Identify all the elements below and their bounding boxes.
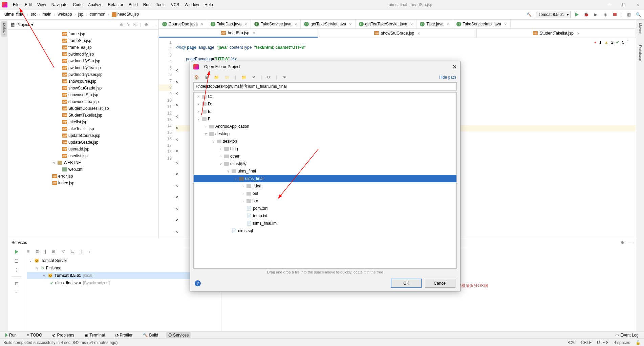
- indent-setting[interactable]: 4 spaces: [614, 340, 630, 345]
- breadcrumb-item[interactable]: webapp: [56, 11, 73, 17]
- project-file[interactable]: JSPupdateCourse.jsp: [8, 132, 158, 139]
- breadcrumb-item[interactable]: main: [41, 11, 53, 17]
- project-file[interactable]: JSPframeTea.jsp: [8, 44, 158, 51]
- close-button[interactable]: ✕: [634, 2, 642, 7]
- project-file[interactable]: JSPpwdmodify.jsp: [8, 51, 158, 58]
- hide-path-link[interactable]: Hide path: [439, 75, 456, 80]
- project-file[interactable]: web.xml: [8, 166, 158, 173]
- project-tool-button[interactable]: Project: [1, 21, 7, 37]
- delete-icon[interactable]: ✕: [252, 75, 255, 80]
- line-number[interactable]: 19: [159, 155, 172, 162]
- services-tool-button[interactable]: ⎔ Services: [166, 332, 191, 338]
- breadcrumb-item[interactable]: jsp: [77, 11, 85, 17]
- project-file[interactable]: JSPpwdmodifyTea.jsp: [8, 64, 158, 71]
- refresh-icon[interactable]: ⟳: [267, 75, 271, 80]
- editor-tab[interactable]: CTakeDao.java×: [207, 20, 251, 28]
- project-dir-icon[interactable]: 📁: [214, 75, 219, 80]
- close-tab-icon[interactable]: ×: [244, 22, 247, 27]
- line-number[interactable]: 18: [159, 149, 172, 155]
- build-hammer-icon[interactable]: 🔨: [526, 12, 532, 18]
- close-tab-icon[interactable]: ×: [577, 31, 580, 36]
- build-tool-button[interactable]: 🔨 Build: [141, 332, 160, 338]
- line-number[interactable]: 8: [159, 84, 172, 91]
- file-encoding[interactable]: UTF-8: [597, 340, 608, 345]
- project-file[interactable]: JSPpwdmodifyUser.jsp: [8, 71, 158, 78]
- editor-tab[interactable]: CgetTakeServlet.java×: [301, 20, 355, 28]
- services-settings-icon[interactable]: ⚙: [621, 240, 624, 245]
- new-folder-icon[interactable]: 📁: [241, 75, 246, 80]
- maven-tool-button[interactable]: Maven: [638, 21, 643, 36]
- search-everywhere-icon[interactable]: 🔍: [635, 12, 641, 18]
- problems-tool-button[interactable]: ⊘ Problems: [50, 332, 76, 338]
- line-number[interactable]: 16: [159, 136, 172, 142]
- menu-view[interactable]: View: [35, 1, 49, 8]
- project-file[interactable]: JSPshowcourse.jsp: [8, 78, 158, 85]
- line-number[interactable]: 14: [159, 123, 172, 129]
- tree-row[interactable]: ›blog: [194, 145, 456, 152]
- desktop-icon[interactable]: 🖥: [205, 75, 209, 80]
- project-file[interactable]: JSPframeStu.jsp: [8, 37, 158, 44]
- menu-edit[interactable]: Edit: [22, 1, 35, 8]
- line-number[interactable]: 7: [159, 78, 172, 84]
- tree-row[interactable]: ›other: [194, 152, 456, 160]
- line-number[interactable]: 2: [159, 46, 172, 52]
- profile-button[interactable]: ◉: [602, 12, 608, 18]
- filter2-icon[interactable]: ▽: [62, 249, 65, 255]
- project-file[interactable]: JSPStudentCourseslist.jsp: [8, 105, 158, 112]
- project-folder[interactable]: vWEB-INF: [8, 159, 158, 166]
- drive-row[interactable]: >E:: [194, 108, 456, 115]
- filter-icon[interactable]: ⋮: [15, 268, 19, 272]
- run-tool-button[interactable]: Run: [3, 332, 19, 338]
- close-tab-icon[interactable]: ×: [417, 31, 420, 36]
- project-panel-title[interactable]: ▦Project▾: [11, 22, 33, 27]
- menu-code[interactable]: Code: [70, 1, 85, 8]
- coverage-button[interactable]: ▶: [593, 12, 599, 18]
- tree-row[interactable]: ›out: [194, 190, 456, 197]
- maximize-button[interactable]: ☐: [620, 2, 628, 7]
- close-tab-icon[interactable]: ×: [410, 22, 413, 27]
- services-hide-icon[interactable]: —: [628, 240, 632, 245]
- project-file[interactable]: JSPindex.jsp: [8, 180, 158, 186]
- project-file[interactable]: JSPStudentTakelist.jsp: [8, 112, 158, 119]
- project-structure-icon[interactable]: ▦: [626, 12, 632, 18]
- menu-window[interactable]: Window: [182, 1, 202, 8]
- caret-position[interactable]: 8:26: [567, 340, 575, 345]
- menu-refactor[interactable]: Refactor: [105, 1, 126, 8]
- tree-row[interactable]: ›AndroidApplication: [194, 123, 456, 130]
- menu-file[interactable]: File: [10, 1, 22, 8]
- run-config-dropdown[interactable]: Tomcat 8.5.61 ▾: [536, 11, 571, 18]
- close-tab-icon[interactable]: ×: [201, 22, 203, 27]
- group-icon[interactable]: ⊞: [52, 249, 56, 255]
- run-button[interactable]: [574, 12, 580, 18]
- event-log-button[interactable]: ▭ Event Log: [613, 332, 641, 338]
- tree-row[interactable]: ›.idea: [194, 182, 456, 190]
- project-file[interactable]: JSPtakelist.jsp: [8, 119, 158, 125]
- debug-button[interactable]: 🐞: [583, 12, 589, 18]
- close-tab-icon[interactable]: ×: [504, 22, 507, 27]
- tree-row[interactable]: vuims_final: [194, 175, 456, 182]
- line-number[interactable]: 3: [159, 52, 172, 59]
- expand-all-icon[interactable]: ⇲: [127, 22, 130, 27]
- minimize-button[interactable]: —: [605, 2, 614, 7]
- locate-icon[interactable]: ⊕: [120, 22, 123, 27]
- editor-tab[interactable]: ITakeService.java×: [251, 20, 301, 28]
- tree-row[interactable]: 📄uims.sql: [194, 227, 456, 235]
- dialog-path-field[interactable]: [193, 82, 457, 90]
- editor-tab[interactable]: CTake.java×: [416, 20, 453, 28]
- settings-icon[interactable]: ⚙: [145, 22, 148, 27]
- line-number[interactable]: 9: [159, 91, 172, 97]
- line-number[interactable]: 10: [159, 97, 172, 104]
- line-number[interactable]: 5: [159, 65, 172, 72]
- stop-button[interactable]: [612, 12, 618, 18]
- tree-row[interactable]: ›src: [194, 197, 456, 205]
- project-file[interactable]: JSPupdateGrade.jsp: [8, 139, 158, 146]
- close-tab-icon[interactable]: ×: [253, 30, 255, 35]
- cancel-button[interactable]: Cancel: [425, 279, 455, 288]
- tree-row[interactable]: vdesktop: [194, 138, 456, 145]
- line-separator[interactable]: CRLF: [581, 340, 592, 345]
- add-icon[interactable]: ＋: [88, 249, 92, 255]
- menu-build[interactable]: Build: [126, 1, 141, 8]
- run-icon[interactable]: [15, 250, 18, 255]
- project-file[interactable]: JSPuserlist.jsp: [8, 152, 158, 159]
- ok-button[interactable]: OK: [391, 279, 422, 288]
